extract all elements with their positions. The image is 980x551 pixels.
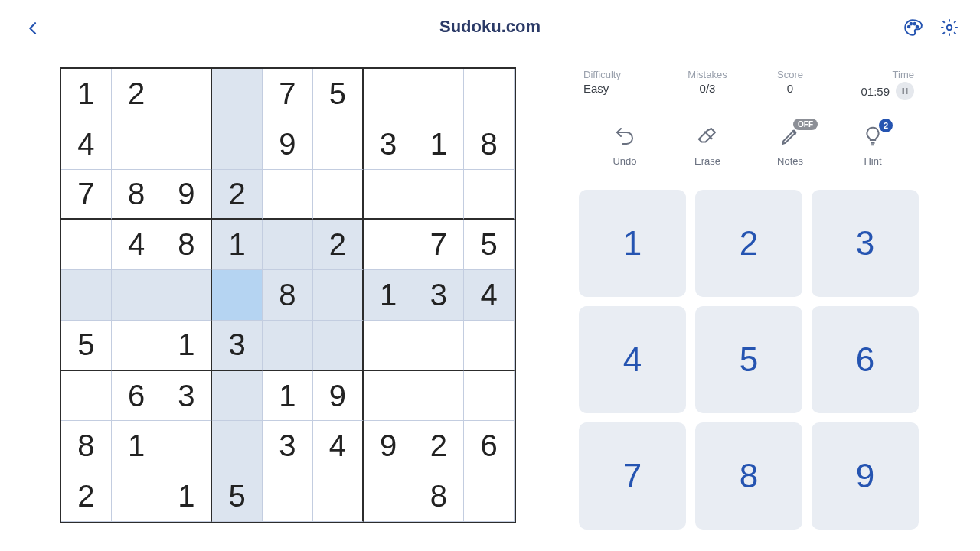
cell-r6-c4[interactable]: 1 bbox=[263, 371, 313, 422]
cell-r5-c3[interactable]: 3 bbox=[212, 321, 263, 371]
cell-r2-c4[interactable] bbox=[263, 170, 313, 220]
cell-r5-c8[interactable] bbox=[464, 321, 514, 371]
cell-r5-c0[interactable]: 5 bbox=[61, 321, 112, 371]
cell-r4-c5[interactable] bbox=[313, 270, 364, 321]
cell-r0-c5[interactable]: 5 bbox=[313, 69, 364, 119]
cell-r7-c0[interactable]: 8 bbox=[61, 421, 112, 471]
cell-r3-c1[interactable]: 4 bbox=[112, 220, 162, 270]
cell-r8-c6[interactable] bbox=[364, 471, 414, 522]
back-button[interactable] bbox=[21, 17, 44, 40]
cell-r3-c4[interactable] bbox=[263, 220, 313, 270]
numpad-3[interactable]: 3 bbox=[812, 190, 919, 297]
cell-r3-c3[interactable]: 1 bbox=[212, 220, 263, 270]
cell-r6-c6[interactable] bbox=[364, 371, 414, 422]
cell-r2-c0[interactable]: 7 bbox=[61, 170, 112, 220]
cell-r7-c8[interactable]: 6 bbox=[464, 421, 514, 471]
cell-r7-c3[interactable] bbox=[212, 421, 263, 471]
cell-r3-c7[interactable]: 7 bbox=[413, 220, 464, 270]
cell-r0-c4[interactable]: 7 bbox=[263, 69, 313, 119]
notes-button[interactable]: OFF Notes bbox=[749, 123, 831, 167]
cell-r5-c2[interactable]: 1 bbox=[162, 321, 213, 371]
settings-button[interactable] bbox=[939, 17, 960, 38]
cell-r3-c5[interactable]: 2 bbox=[313, 220, 364, 270]
cell-r5-c7[interactable] bbox=[413, 321, 464, 371]
cell-r3-c0[interactable] bbox=[61, 220, 112, 270]
undo-button[interactable]: Undo bbox=[583, 123, 666, 167]
cell-r5-c6[interactable] bbox=[364, 321, 414, 371]
cell-r3-c6[interactable] bbox=[364, 220, 414, 270]
cell-r1-c0[interactable]: 4 bbox=[61, 119, 112, 170]
cell-r4-c6[interactable]: 1 bbox=[364, 270, 414, 321]
cell-r0-c3[interactable] bbox=[212, 69, 263, 119]
cell-r8-c0[interactable]: 2 bbox=[61, 471, 112, 522]
cell-r0-c1[interactable]: 2 bbox=[112, 69, 162, 119]
cell-r1-c5[interactable] bbox=[313, 119, 364, 170]
cell-r2-c2[interactable]: 9 bbox=[162, 170, 213, 220]
numpad-7[interactable]: 7 bbox=[579, 422, 686, 530]
cell-r5-c4[interactable] bbox=[263, 321, 313, 371]
cell-r1-c4[interactable]: 9 bbox=[263, 119, 313, 170]
cell-r7-c4[interactable]: 3 bbox=[263, 421, 313, 471]
cell-r2-c8[interactable] bbox=[464, 170, 514, 220]
cell-r4-c8[interactable]: 4 bbox=[464, 270, 514, 321]
cell-r7-c5[interactable]: 4 bbox=[313, 421, 364, 471]
undo-label: Undo bbox=[612, 155, 636, 167]
cell-r3-c2[interactable]: 8 bbox=[162, 220, 213, 270]
cell-r6-c7[interactable] bbox=[413, 371, 464, 422]
erase-button[interactable]: Erase bbox=[666, 123, 749, 167]
cell-r4-c2[interactable] bbox=[162, 270, 213, 321]
cell-r4-c1[interactable] bbox=[112, 270, 162, 321]
cell-r4-c4[interactable]: 8 bbox=[263, 270, 313, 321]
cell-r2-c1[interactable]: 8 bbox=[112, 170, 162, 220]
cell-r5-c1[interactable] bbox=[112, 321, 162, 371]
cell-r0-c8[interactable] bbox=[464, 69, 514, 119]
cell-r1-c8[interactable]: 8 bbox=[464, 119, 514, 170]
cell-r3-c8[interactable]: 5 bbox=[464, 220, 514, 270]
cell-r8-c1[interactable] bbox=[112, 471, 162, 522]
cell-r4-c7[interactable]: 3 bbox=[413, 270, 464, 321]
numpad-8[interactable]: 8 bbox=[695, 422, 802, 530]
cell-r8-c4[interactable] bbox=[263, 471, 313, 522]
cell-r7-c6[interactable]: 9 bbox=[364, 421, 414, 471]
cell-r0-c0[interactable]: 1 bbox=[61, 69, 112, 119]
cell-r8-c2[interactable]: 1 bbox=[162, 471, 213, 522]
cell-r6-c8[interactable] bbox=[464, 371, 514, 422]
numpad-9[interactable]: 9 bbox=[812, 422, 919, 530]
cell-r4-c3[interactable] bbox=[212, 270, 263, 321]
cell-r6-c2[interactable]: 3 bbox=[162, 371, 213, 422]
theme-button[interactable] bbox=[902, 17, 923, 38]
cell-r7-c2[interactable] bbox=[162, 421, 213, 471]
numpad-6[interactable]: 6 bbox=[812, 306, 919, 413]
numpad-4[interactable]: 4 bbox=[579, 306, 686, 413]
cell-r1-c7[interactable]: 1 bbox=[413, 119, 464, 170]
cell-r1-c1[interactable] bbox=[112, 119, 162, 170]
cell-r8-c3[interactable]: 5 bbox=[212, 471, 263, 522]
hint-button[interactable]: 2 Hint bbox=[831, 123, 914, 167]
cell-r2-c6[interactable] bbox=[364, 170, 414, 220]
cell-r6-c0[interactable] bbox=[61, 371, 112, 422]
numpad-2[interactable]: 2 bbox=[695, 190, 802, 297]
cell-r0-c2[interactable] bbox=[162, 69, 213, 119]
cell-r8-c8[interactable] bbox=[464, 471, 514, 522]
cell-r0-c6[interactable] bbox=[364, 69, 414, 119]
numpad-1[interactable]: 1 bbox=[579, 190, 686, 297]
cell-r7-c1[interactable]: 1 bbox=[112, 421, 162, 471]
pause-button[interactable] bbox=[896, 82, 914, 100]
cell-r0-c7[interactable] bbox=[413, 69, 464, 119]
numpad-5[interactable]: 5 bbox=[695, 306, 802, 413]
cell-r2-c7[interactable] bbox=[413, 170, 464, 220]
svg-point-3 bbox=[916, 26, 919, 28]
cell-r1-c2[interactable] bbox=[162, 119, 213, 170]
cell-r1-c6[interactable]: 3 bbox=[364, 119, 414, 170]
cell-r7-c7[interactable]: 2 bbox=[413, 421, 464, 471]
cell-r6-c5[interactable]: 9 bbox=[313, 371, 364, 422]
cell-r5-c5[interactable] bbox=[313, 321, 364, 371]
cell-r8-c7[interactable]: 8 bbox=[413, 471, 464, 522]
cell-r4-c0[interactable] bbox=[61, 270, 112, 321]
cell-r2-c5[interactable] bbox=[313, 170, 364, 220]
cell-r6-c1[interactable]: 6 bbox=[112, 371, 162, 422]
cell-r6-c3[interactable] bbox=[212, 371, 263, 422]
cell-r2-c3[interactable]: 2 bbox=[212, 170, 263, 220]
cell-r8-c5[interactable] bbox=[313, 471, 364, 522]
cell-r1-c3[interactable] bbox=[212, 119, 263, 170]
